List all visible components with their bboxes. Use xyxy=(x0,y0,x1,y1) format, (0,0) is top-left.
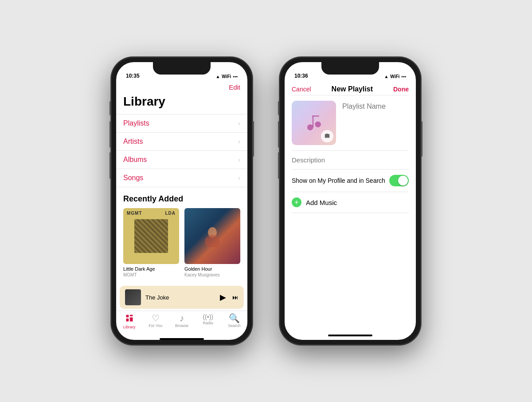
power-button-2[interactable] xyxy=(421,121,422,157)
status-icons-2: ▲ WiFi ▪▪▪ xyxy=(384,74,406,79)
done-button[interactable]: Done xyxy=(393,86,409,93)
status-icons: ▲ WiFi ▪▪▪ xyxy=(215,74,238,79)
for-you-tab-label: For You xyxy=(149,323,162,328)
album-item-mgmt[interactable]: Little Dark Age MGMT xyxy=(123,208,179,278)
svg-rect-8 xyxy=(313,115,319,117)
playlists-label: Playlists xyxy=(123,119,149,127)
camera-icon[interactable] xyxy=(321,130,333,142)
library-tab-label: Library xyxy=(123,325,136,329)
album-name-kacey: Golden Hour xyxy=(184,266,240,272)
new-playlist-screen: Cancel New Playlist Done xyxy=(285,82,416,340)
home-indicator-2[interactable] xyxy=(328,335,372,336)
signal-icon: ▲ xyxy=(215,74,220,79)
wifi-icon: WiFi xyxy=(222,74,231,79)
plus-circle-icon: + xyxy=(292,197,301,207)
toggle-thumb xyxy=(398,176,408,185)
phone-2: 10:36 ▲ WiFi ▪▪▪ Cancel New Playlist Don… xyxy=(279,57,421,345)
profile-search-toggle-row: Show on My Profile and in Search xyxy=(285,169,416,192)
volume-up-button-2[interactable] xyxy=(278,121,279,148)
volume-up-button[interactable] xyxy=(110,121,111,148)
phone-1: 10:35 ▲ WiFi ▪▪▪ Edit Library Playlists … xyxy=(111,57,253,345)
library-item-artists[interactable]: Artists › xyxy=(116,132,247,150)
time-display: 10:35 xyxy=(126,73,140,79)
play-button[interactable]: ▶ xyxy=(220,292,226,302)
search-tab-label: Search xyxy=(228,323,241,328)
library-item-songs[interactable]: Songs › xyxy=(116,169,247,187)
svg-rect-7 xyxy=(313,115,314,127)
search-tab-icon: 🔍 xyxy=(229,314,240,323)
skip-forward-button[interactable]: ⏭ xyxy=(232,294,239,301)
add-music-label: Add Music xyxy=(306,199,337,206)
radio-tab-label: Radio xyxy=(203,321,213,325)
album-cover-kacey xyxy=(184,208,240,264)
browse-tab-icon: ♪ xyxy=(180,314,184,323)
svg-rect-3 xyxy=(126,319,129,322)
tab-browse[interactable]: ♪ Browse xyxy=(168,314,195,329)
album-artist-mgmt: MGMT xyxy=(123,272,179,278)
tab-for-you[interactable]: ♡ For You xyxy=(142,314,168,329)
phone-2-screen: 10:36 ▲ WiFi ▪▪▪ Cancel New Playlist Don… xyxy=(285,62,416,340)
svg-point-6 xyxy=(307,124,313,130)
chevron-right-icon: › xyxy=(238,156,240,163)
chevron-right-icon: › xyxy=(238,174,240,181)
album-item-kacey[interactable]: Golden Hour Kacey Musgraves xyxy=(184,208,240,278)
library-tab-icon xyxy=(125,314,134,324)
tab-bar: Library ♡ For You ♪ Browse ((•)) Radio 🔍… xyxy=(116,311,247,336)
artists-label: Artists xyxy=(123,138,143,146)
power-button[interactable] xyxy=(253,121,254,157)
mgmt-artwork xyxy=(134,219,168,253)
volume-down-button-2[interactable] xyxy=(278,152,279,179)
battery-icon-2: ▪▪▪ xyxy=(401,74,406,79)
music-note-art xyxy=(303,112,325,134)
add-music-row[interactable]: + Add Music xyxy=(285,192,416,213)
edit-button[interactable]: Edit xyxy=(229,83,240,91)
svg-rect-4 xyxy=(129,315,133,316)
playlist-artwork[interactable] xyxy=(292,101,336,145)
svg-point-9 xyxy=(315,122,321,127)
svg-rect-2 xyxy=(126,315,129,318)
notch-2 xyxy=(321,62,379,75)
now-playing-controls: ▶ ⏭ xyxy=(220,292,239,302)
chevron-right-icon: › xyxy=(238,120,240,127)
svg-point-1 xyxy=(205,235,219,248)
profile-search-toggle[interactable] xyxy=(389,175,409,186)
library-item-albums[interactable]: Albums › xyxy=(116,150,247,169)
album-name-mgmt: Little Dark Age xyxy=(123,266,179,272)
tab-search[interactable]: 🔍 Search xyxy=(221,314,247,329)
home-indicator[interactable] xyxy=(160,338,204,340)
playlist-description-input[interactable] xyxy=(285,151,416,169)
now-playing-thumbnail xyxy=(125,289,141,305)
songs-label: Songs xyxy=(123,174,143,182)
tab-library[interactable]: Library xyxy=(116,314,142,329)
mute-button-2[interactable] xyxy=(278,101,279,115)
cancel-button[interactable]: Cancel xyxy=(292,86,311,93)
albums-label: Albums xyxy=(123,156,147,164)
toggle-label: Show on My Profile and in Search xyxy=(292,177,385,184)
library-list: Playlists › Artists › Albums › Songs › xyxy=(116,114,247,187)
signal-icon-2: ▲ xyxy=(384,74,388,79)
album-cover-mgmt xyxy=(123,208,179,264)
tab-radio[interactable]: ((•)) Radio xyxy=(195,314,221,329)
svg-rect-5 xyxy=(129,317,133,321)
notch xyxy=(153,62,211,75)
chevron-right-icon: › xyxy=(238,138,240,145)
playlist-name-input[interactable] xyxy=(342,101,416,110)
mute-button[interactable] xyxy=(110,101,111,115)
wifi-icon-2: WiFi xyxy=(390,74,399,79)
kacey-artwork xyxy=(201,225,223,247)
album-artist-kacey: Kacey Musgraves xyxy=(184,272,240,278)
now-playing-bar[interactable]: The Joke ▶ ⏭ xyxy=(120,286,244,309)
library-title: Library xyxy=(116,95,247,114)
recently-added-title: Recently Added xyxy=(116,187,247,208)
artwork-name-row xyxy=(285,95,416,150)
new-playlist-title: New Playlist xyxy=(332,85,373,93)
library-nav-header: Edit xyxy=(116,82,247,95)
volume-down-button[interactable] xyxy=(110,152,111,179)
now-playing-title: The Joke xyxy=(145,294,215,301)
phone-1-screen: 10:35 ▲ WiFi ▪▪▪ Edit Library Playlists … xyxy=(116,62,247,340)
radio-tab-icon: ((•)) xyxy=(203,314,213,320)
battery-icon: ▪▪▪ xyxy=(233,74,238,79)
browse-tab-label: Browse xyxy=(175,323,188,328)
library-item-playlists[interactable]: Playlists › xyxy=(116,114,247,132)
time-display-2: 10:36 xyxy=(294,73,308,79)
